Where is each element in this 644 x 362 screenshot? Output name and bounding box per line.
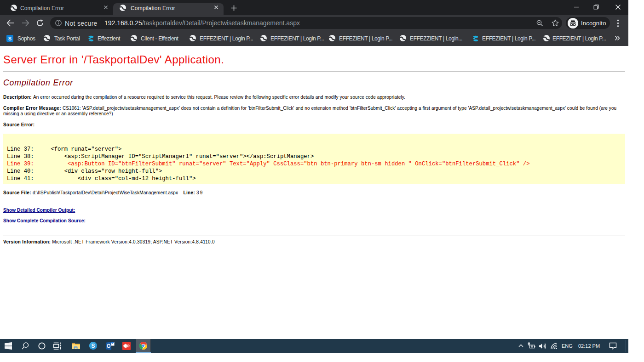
svg-text:S: S	[8, 36, 12, 41]
svg-text:S: S	[91, 343, 95, 349]
